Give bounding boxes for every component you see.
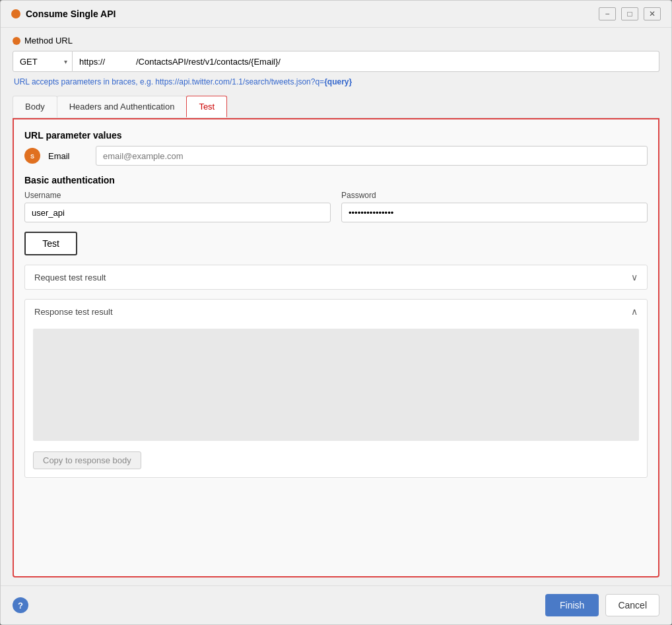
test-panel: URL parameter values S Email: [13, 118, 659, 577]
method-url-label: Method URL: [13, 36, 659, 46]
footer-buttons: Finish Cancel: [545, 594, 659, 616]
response-result-label: Response test result: [34, 307, 113, 317]
test-btn-row: Test: [24, 232, 648, 255]
response-result-section: Response test result ∧ Copy to response …: [24, 299, 648, 478]
request-result-section: Request test result ∨: [24, 265, 648, 290]
footer: ? Finish Cancel: [1, 585, 671, 624]
method-select[interactable]: GET POST PUT DELETE PATCH: [13, 51, 73, 72]
titlebar-controls: − □ ✕: [599, 7, 661, 20]
password-group: Password: [341, 191, 648, 222]
cancel-button[interactable]: Cancel: [605, 594, 659, 616]
titlebar: Consume Single API − □ ✕: [1, 1, 671, 28]
request-result-header[interactable]: Request test result ∨: [25, 265, 647, 289]
close-button[interactable]: ✕: [644, 7, 661, 20]
url-input[interactable]: [73, 51, 659, 72]
window-title: Consume Single API: [26, 9, 116, 19]
test-button[interactable]: Test: [24, 232, 77, 255]
tab-headers[interactable]: Headers and Authentication: [57, 96, 187, 117]
copy-btn-row: Copy to response body: [25, 446, 647, 477]
url-params-title: URL parameter values: [24, 130, 648, 141]
method-dot-icon: [13, 37, 20, 45]
response-body-area: [33, 329, 639, 441]
response-result-header[interactable]: Response test result ∧: [25, 300, 647, 323]
auth-fields-row: Username Password: [24, 191, 648, 222]
copy-to-response-button[interactable]: Copy to response body: [33, 451, 141, 469]
help-button[interactable]: ?: [13, 597, 28, 613]
param-name: Email: [48, 151, 88, 161]
svg-text:S: S: [30, 153, 34, 160]
finish-button[interactable]: Finish: [545, 594, 599, 616]
basic-auth-section: Basic authentication Username Password: [24, 175, 648, 222]
method-url-text: Method URL: [24, 36, 73, 46]
titlebar-left: Consume Single API: [11, 9, 116, 19]
email-param-input[interactable]: [96, 146, 648, 166]
username-label: Username: [24, 191, 331, 200]
method-select-wrapper: GET POST PUT DELETE PATCH ▾: [13, 51, 73, 72]
chevron-down-icon: ∨: [631, 272, 638, 282]
tab-body[interactable]: Body: [13, 96, 57, 117]
main-window: Consume Single API − □ ✕ Method URL GET …: [0, 0, 672, 625]
username-input[interactable]: [24, 203, 331, 222]
param-icon: S: [24, 148, 40, 164]
minimize-button[interactable]: −: [599, 7, 616, 20]
url-params-section: URL parameter values S Email: [24, 130, 648, 166]
content-area: Method URL GET POST PUT DELETE PATCH ▾ U…: [1, 28, 671, 585]
basic-auth-title: Basic authentication: [24, 175, 648, 185]
param-row: S Email: [24, 146, 648, 166]
title-dot-icon: [11, 9, 20, 18]
chevron-up-icon: ∧: [631, 306, 638, 317]
password-input[interactable]: [341, 203, 648, 222]
url-hint: URL accepts parameters in braces, e.g. h…: [13, 77, 659, 86]
request-result-label: Request test result: [34, 273, 106, 282]
username-group: Username: [24, 191, 331, 222]
maximize-button[interactable]: □: [621, 7, 638, 20]
method-url-section: Method URL GET POST PUT DELETE PATCH ▾ U…: [13, 36, 659, 86]
tabs-row: Body Headers and Authentication Test: [13, 96, 659, 118]
tab-test[interactable]: Test: [186, 96, 227, 117]
method-url-row: GET POST PUT DELETE PATCH ▾: [13, 51, 659, 72]
password-label: Password: [341, 191, 648, 200]
